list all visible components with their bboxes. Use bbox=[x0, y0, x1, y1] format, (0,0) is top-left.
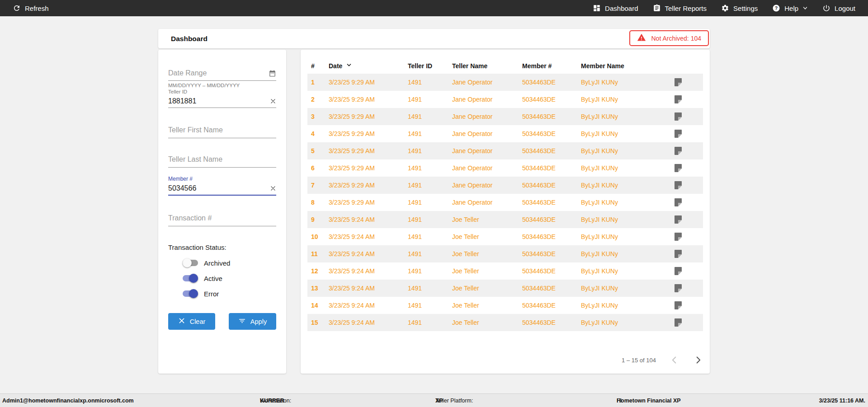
note-icon[interactable] bbox=[675, 78, 682, 86]
column-header-teller-name[interactable]: Teller Name bbox=[452, 62, 522, 70]
cell-row-number: 11 bbox=[307, 250, 329, 257]
table-row[interactable]: 73/23/25 9:29 AM1491Jane Operator5034463… bbox=[307, 177, 703, 194]
table-row[interactable]: 93/23/25 9:24 AM1491Joe Teller5034463DEB… bbox=[307, 211, 703, 228]
svg-text:?: ? bbox=[775, 5, 778, 11]
cell-teller-id: 1491 bbox=[408, 302, 452, 309]
nav-label: Dashboard bbox=[605, 5, 638, 12]
note-icon[interactable] bbox=[675, 267, 682, 275]
note-icon[interactable] bbox=[675, 318, 682, 327]
note-icon[interactable] bbox=[675, 112, 682, 121]
cell-row-number: 2 bbox=[307, 96, 329, 103]
cell-member-number: 5034463DE bbox=[522, 96, 581, 103]
note-icon[interactable] bbox=[675, 164, 682, 172]
cell-date: 3/23/25 9:24 AM bbox=[329, 302, 408, 309]
nav-help[interactable]: ? Help bbox=[772, 4, 808, 12]
row-actions-cell bbox=[675, 284, 703, 292]
teller-first-name-input[interactable] bbox=[168, 126, 276, 134]
status-bar: Admin1@hometownfinancialxp.onmicrosoft.c… bbox=[0, 393, 868, 407]
note-icon[interactable] bbox=[675, 198, 682, 206]
cell-row-number: 4 bbox=[307, 130, 329, 137]
table-row[interactable]: 113/23/25 9:24 AM1491Joe Teller5034463DE… bbox=[307, 245, 703, 262]
transaction-status-label: Transaction Status: bbox=[168, 243, 276, 251]
logout-icon bbox=[822, 4, 830, 12]
toggle-error[interactable]: Error bbox=[183, 288, 219, 299]
next-page-icon[interactable] bbox=[693, 355, 703, 365]
calendar-icon[interactable] bbox=[269, 70, 276, 77]
table-row[interactable]: 153/23/25 9:24 AM1491Joe Teller5034463DE… bbox=[307, 314, 703, 331]
table-row[interactable]: 83/23/25 9:29 AM1491Jane Operator5034463… bbox=[307, 194, 703, 211]
cell-date: 3/23/25 9:29 AM bbox=[329, 130, 408, 137]
cell-member-name: ByLyJI KUNy bbox=[581, 319, 675, 326]
column-header-teller-id[interactable]: Teller ID bbox=[408, 62, 452, 70]
cell-member-name: ByLyJI KUNy bbox=[581, 285, 675, 292]
table-row[interactable]: 133/23/25 9:24 AM1491Joe Teller5034463DE… bbox=[307, 280, 703, 297]
table-row[interactable]: 63/23/25 9:29 AM1491Jane Operator5034463… bbox=[307, 159, 703, 177]
transaction-number-input[interactable] bbox=[168, 214, 276, 222]
row-actions-cell bbox=[675, 250, 703, 258]
column-header-member-number[interactable]: Member # bbox=[522, 62, 581, 70]
nav-settings[interactable]: Settings bbox=[721, 4, 758, 12]
not-archived-badge[interactable]: Not Archived: 104 bbox=[629, 30, 709, 46]
note-icon[interactable] bbox=[675, 181, 682, 189]
clear-teller-id-icon[interactable] bbox=[270, 98, 276, 104]
note-icon[interactable] bbox=[675, 130, 682, 138]
toggle-label: Error bbox=[204, 290, 219, 298]
cell-teller-name: Jane Operator bbox=[452, 164, 522, 172]
clear-member-number-icon[interactable] bbox=[270, 185, 276, 192]
refresh-button[interactable]: Refresh bbox=[13, 4, 49, 12]
teller-last-name-input[interactable] bbox=[168, 155, 276, 164]
note-icon[interactable] bbox=[675, 215, 682, 224]
cell-teller-name: Joe Teller bbox=[452, 233, 522, 240]
note-icon[interactable] bbox=[675, 284, 682, 292]
table-row[interactable]: 123/23/25 9:24 AM1491Joe Teller5034463DE… bbox=[307, 262, 703, 280]
note-icon[interactable] bbox=[675, 250, 682, 258]
toggle-active[interactable]: Active bbox=[183, 273, 222, 284]
settings-icon bbox=[721, 4, 729, 12]
cell-member-number: 5034463DE bbox=[522, 285, 581, 292]
teller-id-input[interactable] bbox=[168, 97, 270, 105]
cell-member-number: 5034463DE bbox=[522, 164, 581, 172]
cell-member-number: 5034463DE bbox=[522, 199, 581, 206]
fi-label: FI: bbox=[617, 398, 623, 404]
column-header-number[interactable]: # bbox=[307, 62, 329, 70]
nav-label: Settings bbox=[733, 5, 758, 12]
note-icon[interactable] bbox=[675, 95, 682, 103]
table-row[interactable]: 43/23/25 9:29 AM1491Jane Operator5034463… bbox=[307, 125, 703, 142]
cell-date: 3/23/25 9:24 AM bbox=[329, 250, 408, 257]
cell-row-number: 7 bbox=[307, 182, 329, 189]
note-icon[interactable] bbox=[675, 147, 682, 155]
toggle-archived[interactable]: Archived bbox=[183, 257, 230, 268]
table-row[interactable]: 23/23/25 9:29 AM1491Jane Operator5034463… bbox=[307, 91, 703, 108]
table-row[interactable]: 103/23/25 9:24 AM1491Joe Teller5034463DE… bbox=[307, 228, 703, 245]
status-datetime: 3/23/25 11:16 AM. bbox=[819, 398, 865, 404]
cell-member-name: ByLyJI KUNy bbox=[581, 216, 675, 223]
cell-member-number: 5034463DE bbox=[522, 233, 581, 240]
cell-member-number: 5034463DE bbox=[522, 319, 581, 326]
cell-member-number: 5034463DE bbox=[522, 79, 581, 86]
note-icon[interactable] bbox=[675, 233, 682, 241]
table-row[interactable]: 143/23/25 9:24 AM1491Joe Teller5034463DE… bbox=[307, 297, 703, 314]
table-row[interactable]: 33/23/25 9:29 AM1491Jane Operator5034463… bbox=[307, 108, 703, 125]
pagination-range-label: 1 – 15 of 104 bbox=[622, 357, 656, 364]
cell-member-number: 5034463DE bbox=[522, 130, 581, 137]
cell-teller-name: Jane Operator bbox=[452, 79, 522, 86]
table-row[interactable]: 53/23/25 9:29 AM1491Jane Operator5034463… bbox=[307, 142, 703, 159]
close-icon bbox=[178, 317, 185, 326]
cell-teller-name: Joe Teller bbox=[452, 216, 522, 223]
apply-button[interactable]: Apply bbox=[229, 313, 276, 330]
nav-teller-reports[interactable]: Teller Reports bbox=[653, 4, 707, 12]
dashboard-icon bbox=[593, 4, 601, 12]
nav-logout[interactable]: Logout bbox=[822, 4, 855, 12]
note-icon[interactable] bbox=[675, 301, 682, 309]
table-row[interactable]: 13/23/25 9:29 AM1491Jane Operator5034463… bbox=[307, 74, 703, 91]
previous-page-icon[interactable] bbox=[670, 355, 679, 365]
date-range-input[interactable] bbox=[168, 69, 269, 77]
member-number-input[interactable] bbox=[168, 184, 270, 192]
cell-teller-name: Joe Teller bbox=[452, 319, 522, 326]
teller-reports-icon bbox=[653, 4, 661, 12]
filter-panel: MM/DD/YYYY – MM/DD/YYYY Teller ID Member… bbox=[158, 50, 286, 374]
column-header-member-name[interactable]: Member Name bbox=[581, 62, 675, 70]
nav-dashboard[interactable]: Dashboard bbox=[593, 4, 638, 12]
clear-button[interactable]: Clear bbox=[168, 313, 215, 330]
column-header-date[interactable]: Date bbox=[329, 62, 408, 70]
